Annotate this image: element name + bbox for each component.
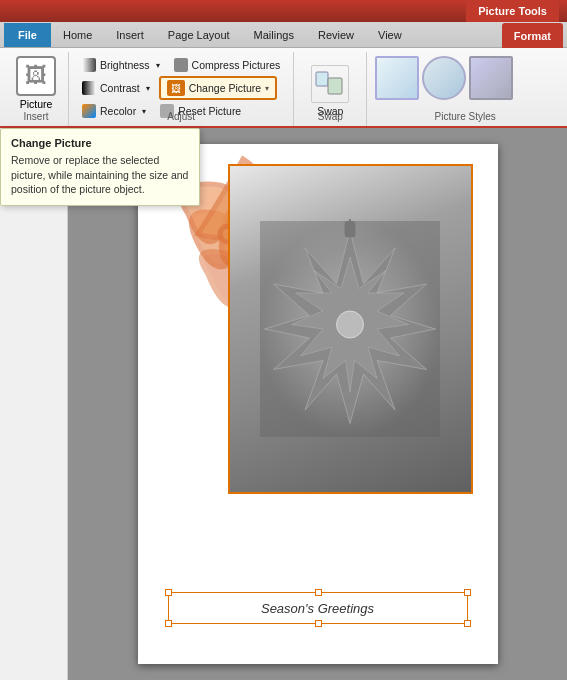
style-thumb-3[interactable]: [469, 56, 513, 100]
svg-point-7: [337, 311, 364, 338]
swap-group: Swap Swap: [294, 52, 367, 126]
greeting-handle-tl[interactable]: [165, 589, 172, 596]
style-thumb-2[interactable]: [422, 56, 466, 100]
tab-insert[interactable]: Insert: [104, 23, 156, 47]
title-bar-right: Picture Tools: [466, 0, 559, 22]
tab-format[interactable]: Format: [502, 23, 563, 48]
left-panel: 📄: [0, 128, 68, 680]
compress-button[interactable]: Compress Pictures: [169, 56, 286, 74]
svg-rect-1: [328, 78, 342, 94]
picture-styles-label: Picture Styles: [367, 111, 563, 122]
brightness-button[interactable]: Brightness ▾: [77, 56, 165, 74]
greeting-handle-tr[interactable]: [464, 589, 471, 596]
adjust-group: Brightness ▾ Compress Pictures Contrast …: [69, 52, 294, 126]
contrast-icon: [82, 81, 96, 95]
greeting-handle-bm[interactable]: [315, 620, 322, 627]
insert-group: 🖼 Picture Insert: [4, 52, 69, 126]
insert-group-label: Insert: [4, 111, 68, 122]
greeting-handle-tm[interactable]: [315, 589, 322, 596]
swap-group-label: Swap: [294, 111, 366, 122]
greeting-text: Season's Greetings: [261, 601, 374, 616]
main-area: 📄: [0, 128, 567, 680]
change-picture-icon: 🖼: [167, 80, 185, 96]
style-thumb-1[interactable]: [375, 56, 419, 100]
picture-button[interactable]: 🖼 Picture: [12, 52, 60, 114]
tooltip-title: Change Picture: [11, 137, 189, 149]
tab-page-layout[interactable]: Page Layout: [156, 23, 242, 47]
greeting-handle-br[interactable]: [464, 620, 471, 627]
photo-container[interactable]: [228, 164, 473, 494]
tooltip-body: Remove or replace the selected picture, …: [11, 153, 189, 197]
greeting-handle-bl[interactable]: [165, 620, 172, 627]
contrast-caret: ▾: [146, 84, 150, 93]
page-canvas: Season's Greetings: [138, 144, 498, 664]
change-picture-button[interactable]: 🖼 Change Picture ▾: [159, 76, 277, 100]
picture-label: Picture: [20, 98, 53, 110]
star-ornament: [260, 219, 440, 439]
photo-image: [230, 166, 471, 492]
swap-icon: [311, 65, 349, 103]
brightness-icon: [82, 58, 96, 72]
tab-mailings[interactable]: Mailings: [242, 23, 306, 47]
svg-rect-8: [345, 221, 356, 237]
change-picture-tooltip: Change Picture Remove or replace the sel…: [0, 128, 200, 206]
contrast-button[interactable]: Contrast ▾: [77, 79, 155, 97]
style-thumbnails: [375, 52, 513, 104]
picture-styles-group: Picture Styles: [367, 52, 563, 126]
svg-rect-0: [316, 72, 328, 86]
tab-view[interactable]: View: [366, 23, 414, 47]
adjust-group-label: Adjust: [69, 111, 293, 122]
ribbon-tabs: File Home Insert Page Layout Mailings Re…: [0, 22, 567, 48]
change-picture-caret: ▾: [265, 84, 269, 93]
brightness-caret: ▾: [156, 61, 160, 70]
greeting-box[interactable]: Season's Greetings: [168, 592, 468, 624]
tab-file[interactable]: File: [4, 23, 51, 47]
compress-icon: [174, 58, 188, 72]
content-area: Season's Greetings: [68, 128, 567, 680]
picture-tools-label: Picture Tools: [466, 0, 559, 22]
title-bar: Picture Tools: [0, 0, 567, 22]
picture-icon: 🖼: [16, 56, 56, 96]
tab-home[interactable]: Home: [51, 23, 104, 47]
ribbon: 🖼 Picture Insert Brightness ▾ Compress P…: [0, 48, 567, 128]
tab-review[interactable]: Review: [306, 23, 366, 47]
